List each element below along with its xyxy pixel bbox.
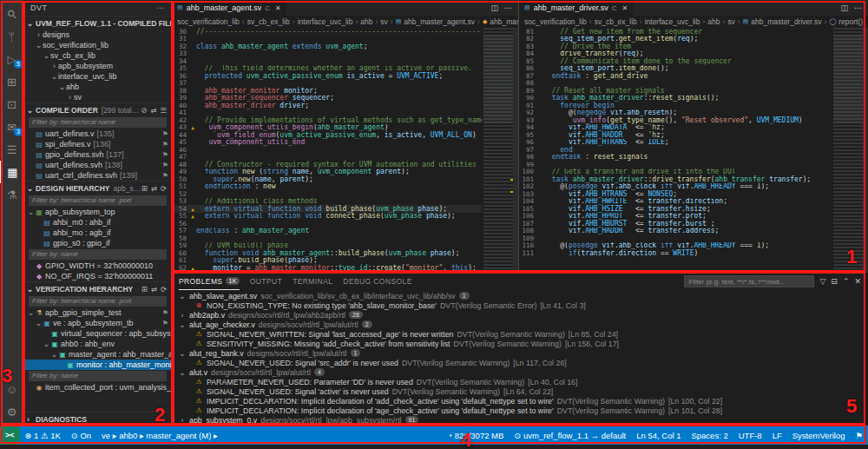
breadcrumb-item[interactable]: interface_uvc_lib xyxy=(298,17,353,26)
problem-row[interactable]: ⚠SIGNAL_NEVER_USED: Signal 'src_addr' is… xyxy=(179,358,868,367)
problem-row[interactable]: ⚠SIGNAL_NEVER_USED: Signal 'active' is n… xyxy=(179,386,868,396)
tree-item[interactable]: ▤gpio_s0 : gpio_if xyxy=(23,238,172,248)
minimap[interactable] xyxy=(483,28,513,272)
dvt-icon[interactable]: ▦ xyxy=(0,161,23,183)
section-toolbar-icon[interactable]: ⇄ xyxy=(151,184,157,193)
dvt-build-config[interactable]: ⊙ uvm_ref_flow_1.1 → default xyxy=(509,431,631,440)
code-content[interactable]: 30//------------------------------------… xyxy=(172,28,482,272)
remote-explorer-icon[interactable]: ⊡ xyxy=(0,93,23,116)
scrollbar[interactable] xyxy=(863,28,868,272)
tree-item[interactable]: ⌄interface_uvc_lib xyxy=(23,71,172,82)
problem-row[interactable]: ⚠SIGNAL_NEVER_WRITTEN: Signal 'last_acce… xyxy=(179,329,868,339)
panel-tab-debug-console[interactable]: DEBUG CONSOLE xyxy=(343,273,411,290)
more-actions-icon[interactable]: ⋯ xyxy=(854,3,862,12)
tree-item[interactable]: ⌄sv_cb_ex_lib xyxy=(23,50,172,61)
problem-row[interactable]: ⊗NON_EXISTING_TYPE: No existing type 'ah… xyxy=(179,300,868,310)
tree-item[interactable]: ◆GPIO_WIDTH = 32'h00000010 xyxy=(23,261,172,271)
compiled-files-header[interactable]: ⌄UVM_REF_FLOW_1.1 - COMPILED FILES⟳⊟⋯ xyxy=(23,16,172,30)
editor-tab[interactable]: ▤ ahb_master_agent.sv C ✕ xyxy=(172,0,286,16)
tree-item[interactable]: ›designs xyxy=(23,30,172,40)
problem-row[interactable]: ⚠IMPLICIT_DECLARATION: Implicit declarat… xyxy=(179,406,868,415)
tree-item[interactable]: ⌄▣ve : apb_subsystem_tb⚑ xyxy=(23,318,172,328)
problem-group-row[interactable]: ›apb_subsystem_0.vdesigns/socv/rtl/rtl_l… xyxy=(179,415,868,425)
eol[interactable]: LF xyxy=(767,431,787,440)
settings-icon[interactable]: ⚙ xyxy=(0,400,23,423)
tree-item[interactable]: ▤uart_ctrl_defines.svh[139]⚑ xyxy=(23,170,172,181)
remote-indicator[interactable]: >< xyxy=(0,426,20,445)
problems-summary[interactable]: ⊗ 1 ⚠ 1K xyxy=(20,431,66,440)
filter-input[interactable]: Filter by: hierarchical name .port xyxy=(29,296,167,307)
close-icon[interactable]: ✕ xyxy=(275,4,281,12)
code-area[interactable]: 81 // Get new item from the sequencer82 … xyxy=(519,28,868,272)
breadcrumb-item[interactable]: soc_verification_lib xyxy=(177,17,240,26)
section-toolbar-icon[interactable]: ⊘ xyxy=(141,106,147,115)
source-control-icon[interactable]: ᛘ xyxy=(0,25,23,48)
diagnostics-header[interactable]: ›DIAGNOSTICS xyxy=(23,412,172,426)
notifications[interactable]: ⚑ xyxy=(850,431,868,440)
run-debug-icon[interactable]: ▷5 xyxy=(0,48,23,70)
collapse-all-icon[interactable]: ⊟ xyxy=(831,277,838,286)
pin-icon[interactable]: ⚑ xyxy=(162,130,172,138)
breadcrumb-item[interactable]: report() xyxy=(838,17,863,26)
tree-item[interactable]: ▤ahbi_m0 : ahb_if xyxy=(23,217,172,228)
pin-icon[interactable]: ⚑ xyxy=(162,172,172,180)
section-toolbar-icon[interactable]: ⊞ xyxy=(141,184,148,193)
dvt-status[interactable]: ⊙ On xyxy=(66,431,96,440)
breadcrumb-item[interactable]: ahb_master_driver.sv xyxy=(751,17,821,26)
breadcrumb-item[interactable]: interface_uvc_lib xyxy=(645,17,700,26)
problem-group-row[interactable]: ⌄ahb_slave_agent.svsoc_verification_lib/… xyxy=(179,291,868,300)
problem-row[interactable]: ⚠SENSITIVITY_MISSING: Missing 'add_check… xyxy=(179,339,868,348)
section-toolbar-icon[interactable]: ⊞ xyxy=(141,285,148,294)
breadcrumb-item[interactable]: ahb xyxy=(360,17,372,26)
pin-icon[interactable]: ⚑ xyxy=(162,151,172,159)
cursor-position[interactable]: Ln 54, Col 1 xyxy=(631,431,686,440)
uvm-selection[interactable]: ve ▸ ahb0 ▸ master_agent (M) ▸ xyxy=(96,431,223,440)
pin-icon[interactable]: ⚑ xyxy=(162,141,172,149)
pin-icon[interactable]: ⚑ xyxy=(162,320,172,327)
search-icon[interactable]: ⚲ xyxy=(0,3,23,25)
close-panel-icon[interactable]: ✕ xyxy=(854,277,861,286)
breadcrumb-item[interactable]: sv xyxy=(380,17,388,26)
tree-item[interactable]: ◉item_collected_port : uvm_analysis_port xyxy=(23,382,172,393)
tree-item[interactable]: ⌄soc_verification_lib xyxy=(23,40,172,50)
breadcrumb-item[interactable]: soc_verification_lib xyxy=(524,17,587,26)
minimap[interactable] xyxy=(833,28,863,272)
accounts-icon[interactable]: ☺ xyxy=(0,378,23,400)
tree-item[interactable]: ▤spi_defines.v[136]⚑ xyxy=(23,139,172,149)
tree-item[interactable]: ▤uart_defines.svh[138]⚑ xyxy=(23,160,172,170)
problem-group-row[interactable]: ›ahb2apb.vdesigns/socv/rtl/rtl_lpw/ahb2a… xyxy=(179,310,868,320)
problem-group-row[interactable]: ⌄alut_age_checker.vdesigns/socv/rtl/rtl_… xyxy=(179,320,868,329)
tree-item[interactable]: ›sv xyxy=(23,92,172,102)
section-toolbar-icon[interactable]: ⇄ xyxy=(151,285,157,294)
tree-item[interactable]: ⌄▣master_agent : ahb_master_agent xyxy=(23,349,172,360)
code-area[interactable]: 30//------------------------------------… xyxy=(172,28,518,272)
tree-item[interactable]: ▤ahbi_mo : agb_if xyxy=(23,228,172,238)
notebook-icon[interactable]: ☰ xyxy=(0,138,23,161)
panel-tab-problems[interactable]: PROBLEMS1K xyxy=(179,273,240,290)
more-actions-icon[interactable]: ⋯ xyxy=(504,3,512,12)
breadcrumb-item[interactable]: sv_cb_ex_lib xyxy=(247,17,290,26)
problem-row[interactable]: ⚠IMPLICIT_DECLARATION: Implicit declarat… xyxy=(179,396,868,406)
tree-item[interactable]: ▣monitor : ahb_master_monitor xyxy=(23,360,172,370)
filter-input[interactable]: Filter by: hierarchical name .port xyxy=(29,195,167,206)
problem-group-row[interactable]: ⌄alut.vdesigns/socv/rtl/rtl_lpw/alut/rtl… xyxy=(179,367,868,377)
extensions-icon[interactable]: ⊞ xyxy=(0,70,23,93)
tree-item[interactable]: ⌄ahb xyxy=(23,82,172,92)
more-actions-icon[interactable]: ⋯ xyxy=(157,3,166,12)
breadcrumb-item[interactable]: ahb xyxy=(707,17,720,26)
problems-filter-input[interactable] xyxy=(684,275,814,287)
code-content[interactable]: 81 // Get new item from the sequencer82 … xyxy=(519,28,832,272)
filter-input[interactable]: Filter by: name xyxy=(29,249,167,260)
filter-icon[interactable]: ▽ xyxy=(819,277,825,286)
memory-usage[interactable]: ◔ 829/3072 MB xyxy=(442,431,509,440)
close-icon[interactable]: ✕ xyxy=(621,4,628,12)
problem-group-row[interactable]: ⌄alut_reg_bank.vdesigns/socv/rtl/rtl_lpw… xyxy=(179,348,868,358)
filter-input[interactable]: Filter by: name xyxy=(29,371,167,381)
tree-item[interactable]: ⌄▣ahb0 : ahb_env xyxy=(23,339,172,349)
indentation[interactable]: Spaces: 2 xyxy=(686,431,733,440)
tree-item[interactable]: ⌄▦apb_subsystem_top xyxy=(23,207,172,217)
pin-icon[interactable]: ⚑ xyxy=(162,309,172,317)
tree-item[interactable]: ▤gpio_defines.svh[137]⚑ xyxy=(23,149,172,160)
compile-order-header[interactable]: ⌄COMPILE ORDER[299 total, 227 uniq...⊘⇄☰ xyxy=(23,102,172,116)
language-mode[interactable]: SystemVerilog xyxy=(787,431,851,440)
